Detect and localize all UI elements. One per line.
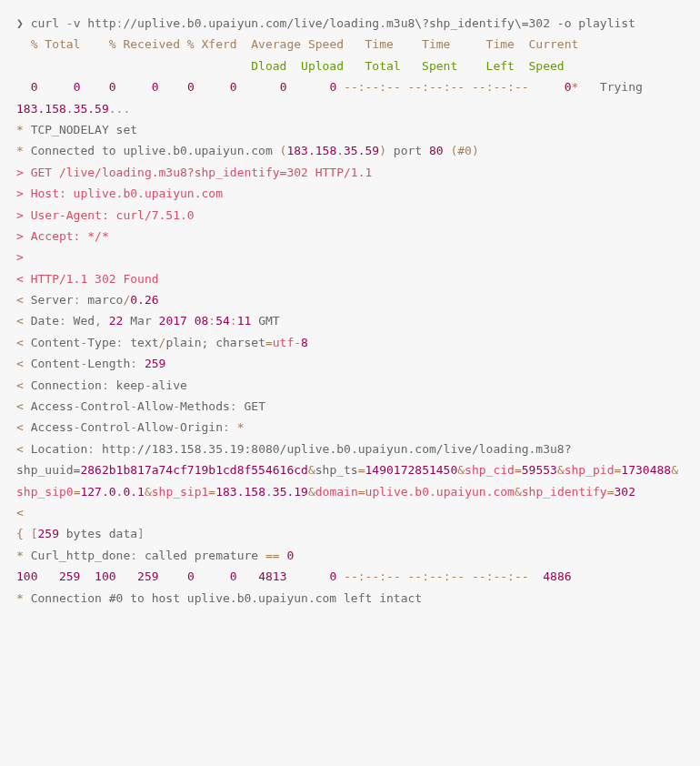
code-token: - [130, 420, 137, 434]
code-token: GET [237, 399, 265, 413]
code-token: - [294, 336, 301, 349]
code-token: shp_sip0 [16, 485, 74, 499]
code-token: Connected to uplive.b0.upaiyun.com [24, 144, 280, 157]
code-token [187, 314, 195, 328]
code-token: 0 [152, 80, 159, 94]
code-token: 0.1 [123, 485, 144, 499]
code-token: 59553 [522, 463, 557, 477]
code-token [16, 59, 251, 73]
code-token: 0 [565, 80, 572, 94]
code-token: . [265, 485, 273, 499]
code-token: 0 [187, 80, 195, 94]
code-token: - [173, 399, 180, 413]
code-token: uplive.b0.upaiyun.com [365, 485, 515, 499]
code-token: ] [137, 527, 145, 540]
code-token [116, 80, 152, 94]
code-token: % Total % Received % Xferd Average Speed… [31, 37, 579, 51]
code-token: bytes data [59, 527, 137, 540]
code-token: 4813 [258, 569, 286, 583]
code-token: > [16, 250, 24, 264]
code-token: < [16, 420, 24, 434]
code-token [286, 80, 329, 94]
code-token: : [230, 399, 237, 413]
code-token: 4886 [543, 569, 571, 583]
code-token: : [230, 314, 237, 328]
code-token: < HTTP/1.1 302 Found [16, 272, 159, 286]
code-token: - [145, 378, 152, 392]
code-token: Control [80, 420, 130, 434]
code-token: ❯ curl [16, 16, 66, 30]
code-token: 54 [215, 314, 230, 328]
code-token: Access [24, 399, 74, 413]
code-token [237, 569, 258, 583]
code-token: < [16, 336, 24, 349]
code-token: 80 [429, 144, 444, 157]
code-token: 127.0 [80, 485, 115, 499]
code-token: plain; charset [165, 336, 265, 349]
code-token: --:--:-- --:--:-- --:--:-- [344, 569, 529, 583]
code-token: Type [87, 336, 115, 349]
code-token: & [145, 485, 152, 499]
code-token: & [308, 463, 315, 477]
code-token: : [130, 442, 137, 456]
code-token: & [457, 463, 465, 477]
code-token: Allow [137, 420, 173, 434]
code-token: : [223, 420, 230, 434]
code-token: --:--:-- --:--:-- --:--:-- [344, 80, 565, 94]
code-token: Content [24, 357, 81, 370]
code-token: 2017 [159, 314, 187, 328]
code-token: TCP_NODELAY set [24, 123, 137, 136]
code-token: Trying [578, 80, 649, 94]
code-content: ❯ curl -v http://uplive.b0.upaiyun.com/l… [16, 16, 678, 605]
code-token: shp_cid [465, 463, 515, 477]
code-token: < [16, 506, 24, 519]
code-token: shp_sip1 [152, 485, 209, 499]
code-token: keep [109, 378, 145, 392]
code-token: 100 [95, 569, 115, 583]
code-token: 0 [109, 80, 116, 94]
code-token: 259 [59, 569, 80, 583]
code-token: Dload Upload Total Spent Left Speed [251, 59, 564, 73]
code-token: 35.19 [273, 485, 308, 499]
code-token: < [16, 378, 24, 392]
code-token: , [95, 314, 102, 328]
code-token: 100 [16, 569, 37, 583]
code-token [159, 569, 187, 583]
code-token [102, 314, 109, 328]
code-token [336, 80, 344, 94]
code-token: 1730488 [621, 463, 671, 477]
code-token: = [265, 336, 273, 349]
code-token: * [16, 123, 24, 136]
code-token: : [87, 442, 95, 456]
code-token: : [208, 314, 215, 328]
code-token: & [515, 485, 522, 499]
code-token [137, 357, 145, 370]
code-token: Location [24, 442, 87, 456]
code-token: Length [87, 357, 130, 370]
code-token: & [671, 463, 678, 477]
code-token: = [515, 463, 522, 477]
code-token [237, 80, 280, 94]
code-token: 1490172851450 [365, 463, 458, 477]
code-token: Connection #0 to host uplive.b0.upaiyun.… [24, 591, 422, 605]
code-token [37, 80, 73, 94]
code-token [116, 569, 137, 583]
code-token [286, 569, 329, 583]
code-token: 0 [230, 569, 237, 583]
code-token: < [16, 293, 24, 307]
code-token: . [336, 144, 344, 157]
code-token: = [358, 485, 365, 499]
code-token [336, 569, 344, 583]
code-token [159, 80, 187, 94]
code-token: > Host: uplive.b0.upaiyun.com [16, 186, 223, 200]
code-token: Allow [137, 399, 173, 413]
code-token: 11 [237, 314, 252, 328]
code-token: 0.26 [130, 293, 158, 307]
code-token: > User-Agent: curl/7.51.0 [16, 208, 195, 222]
code-token: 35.59 [74, 102, 109, 116]
code-token: * [237, 420, 245, 434]
code-token: Methods [180, 399, 230, 413]
code-token: domain [315, 485, 358, 499]
code-token: Origin [180, 420, 223, 434]
code-token: - [173, 420, 180, 434]
